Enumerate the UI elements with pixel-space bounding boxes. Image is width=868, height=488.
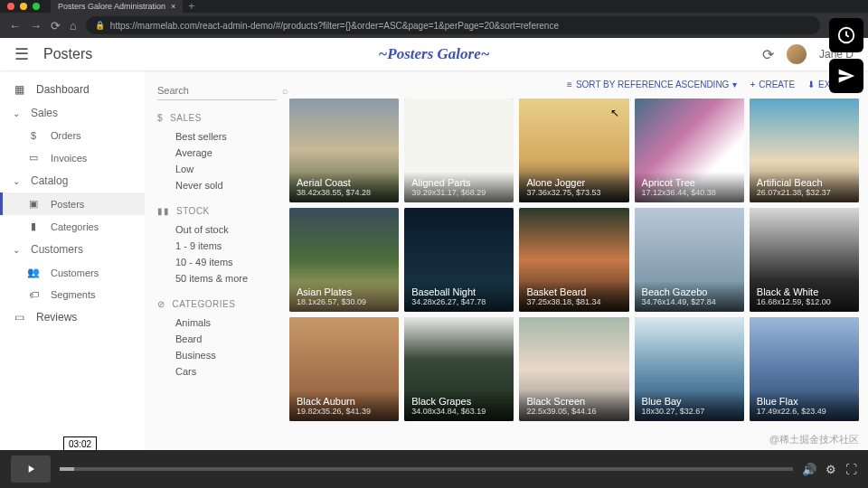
sidebar-section-sales[interactable]: ⌄Sales bbox=[0, 101, 145, 125]
poster-overlay: Artificial Beach26.07x21.38, $32.37 bbox=[750, 172, 859, 202]
create-button[interactable]: +CREATE bbox=[750, 80, 795, 89]
dollar-icon: $ bbox=[27, 130, 40, 141]
settings-icon[interactable]: ⚙ bbox=[826, 463, 836, 476]
invoice-icon: ▭ bbox=[27, 152, 40, 164]
refresh-icon[interactable]: ⟳ bbox=[762, 46, 774, 63]
sidebar-item-segments[interactable]: 🏷Segments bbox=[0, 284, 145, 305]
url-text: https://marmelab.com/react-admin-demo/#/… bbox=[110, 21, 559, 31]
poster-overlay: Aligned Parts39.29x31.17, $68.29 bbox=[404, 172, 514, 202]
tab-bar: Posters Galore Administration × + bbox=[0, 0, 868, 13]
sidebar-section-catalog[interactable]: ⌄Catalog bbox=[0, 169, 145, 192]
poster-grid: Aerial Coast38.42x38.55, $74.28Aligned P… bbox=[289, 99, 859, 421]
video-timeline[interactable] bbox=[60, 467, 793, 471]
poster-overlay: Blue Bay18x30.27, $32.67 bbox=[635, 390, 744, 421]
poster-title: Asian Plates bbox=[297, 286, 392, 297]
dashboard-icon: ▦ bbox=[13, 83, 25, 96]
topbar: ☰ Posters ~Posters Galore~ ⟳ Jane D bbox=[0, 38, 868, 70]
lock-icon: 🔒 bbox=[95, 21, 105, 30]
menu-icon[interactable]: ☰ bbox=[14, 44, 29, 64]
sidebar-section-customers[interactable]: ⌄Customers bbox=[0, 238, 145, 261]
poster-card[interactable]: Baseball Night34.28x26.27, $47.78 bbox=[404, 208, 514, 312]
poster-title: Aerial Coast bbox=[297, 177, 392, 188]
sidebar-item-invoices[interactable]: ▭Invoices bbox=[0, 146, 145, 169]
filter-stock-item[interactable]: Out of stock bbox=[157, 221, 277, 238]
image-icon: ▣ bbox=[27, 198, 40, 210]
poster-card[interactable]: Beach Gazebo34.76x14.49, $27.84 bbox=[635, 208, 744, 312]
filter-category-item[interactable]: Cars bbox=[157, 363, 277, 380]
content: ⌕ $SALES Best sellersAverageLowNever sol… bbox=[145, 70, 868, 488]
poster-overlay: Black & White16.68x12.59, $12.00 bbox=[750, 281, 859, 312]
filter-category-item[interactable]: Animals bbox=[157, 314, 277, 331]
back-icon[interactable]: ← bbox=[9, 19, 21, 33]
grid-area: ≡SORT BY REFERENCE ASCENDING▾ +CREATE ⬇E… bbox=[289, 70, 868, 488]
filter-panel: ⌕ $SALES Best sellersAverageLowNever sol… bbox=[145, 70, 289, 488]
reload-icon[interactable]: ⟳ bbox=[51, 19, 61, 33]
poster-card[interactable]: Basket Beard37.25x38.18, $81.34 bbox=[519, 208, 628, 312]
minimize-dot[interactable] bbox=[20, 3, 27, 10]
sidebar-item-customers[interactable]: 👥Customers bbox=[0, 261, 145, 284]
url-box[interactable]: 🔒 https://marmelab.com/react-admin-demo/… bbox=[86, 16, 820, 34]
poster-title: Basket Beard bbox=[526, 286, 621, 297]
play-button[interactable] bbox=[11, 455, 51, 483]
chevron-down-icon: ⌄ bbox=[13, 108, 20, 118]
clock-badge bbox=[829, 18, 863, 52]
poster-overlay: Apricot Tree17.12x36.44, $40.38 bbox=[635, 172, 744, 202]
poster-card[interactable]: Asian Plates18.1x26.57, $30.09 bbox=[289, 208, 399, 312]
close-tab-icon[interactable]: × bbox=[171, 2, 175, 11]
people-icon: 👥 bbox=[27, 267, 40, 278]
poster-title: Apricot Tree bbox=[642, 177, 737, 188]
poster-card[interactable]: Black & White16.68x12.59, $12.00 bbox=[750, 208, 859, 312]
forward-icon[interactable]: → bbox=[30, 19, 42, 33]
sidebar-item-reviews[interactable]: ▭Reviews bbox=[0, 305, 145, 329]
maximize-dot[interactable] bbox=[33, 3, 40, 10]
poster-overlay: Black Auburn19.82x35.26, $41.39 bbox=[289, 390, 399, 421]
close-dot[interactable] bbox=[7, 3, 14, 10]
poster-overlay: Beach Gazebo34.76x14.49, $27.84 bbox=[635, 281, 744, 312]
window-controls[interactable] bbox=[7, 3, 40, 10]
search-input[interactable] bbox=[157, 85, 282, 96]
poster-card[interactable]: Aerial Coast38.42x38.55, $74.28 bbox=[289, 99, 399, 202]
poster-card[interactable]: Blue Flax17.49x22.6, $23.49 bbox=[750, 317, 859, 421]
filter-stock-item[interactable]: 10 - 49 items bbox=[157, 254, 277, 270]
filter-category-item[interactable]: Business bbox=[157, 347, 277, 363]
new-tab-icon[interactable]: + bbox=[183, 0, 200, 13]
poster-card[interactable]: Black Auburn19.82x35.26, $41.39 bbox=[289, 317, 399, 421]
poster-title: Baseball Night bbox=[411, 286, 506, 297]
home-icon[interactable]: ⌂ bbox=[70, 19, 77, 33]
filter-sales-item[interactable]: Low bbox=[157, 161, 277, 177]
sidebar-item-orders[interactable]: $Orders bbox=[0, 125, 145, 146]
poster-meta: 22.5x39.05, $44.16 bbox=[526, 407, 621, 416]
filter-sales-item[interactable]: Never sold bbox=[157, 177, 277, 193]
poster-card[interactable]: Artificial Beach26.07x21.38, $32.37 bbox=[750, 99, 859, 202]
poster-meta: 18.1x26.57, $30.09 bbox=[297, 297, 392, 306]
poster-card[interactable]: Apricot Tree17.12x36.44, $40.38 bbox=[635, 99, 744, 202]
tag-icon: ⊘ bbox=[157, 299, 165, 309]
poster-card[interactable]: Black Screen22.5x39.05, $44.16 bbox=[519, 317, 628, 421]
filter-sales-item[interactable]: Average bbox=[157, 145, 277, 161]
search-box[interactable]: ⌕ bbox=[157, 81, 277, 100]
poster-card[interactable]: Aligned Parts39.29x31.17, $68.29 bbox=[404, 99, 514, 202]
filter-stock-item[interactable]: 50 items & more bbox=[157, 270, 277, 286]
watermark: @稀土掘金技术社区 bbox=[769, 433, 859, 446]
volume-icon[interactable]: 🔊 bbox=[802, 463, 816, 476]
poster-card[interactable]: Blue Bay18x30.27, $32.67 bbox=[635, 317, 744, 421]
filter-sales-item[interactable]: Best sellers bbox=[157, 128, 277, 145]
sidebar-item-categories[interactable]: ▮Categories bbox=[0, 215, 145, 238]
poster-overlay: Alone Jogger37.36x32.75, $73.53 bbox=[519, 172, 628, 202]
poster-title: Black & White bbox=[757, 286, 852, 297]
filter-stock-item[interactable]: 1 - 9 items bbox=[157, 238, 277, 254]
sort-button[interactable]: ≡SORT BY REFERENCE ASCENDING▾ bbox=[567, 80, 737, 89]
timeline-progress bbox=[60, 467, 74, 471]
avatar[interactable] bbox=[787, 44, 807, 64]
brand-logo: ~Posters Galore~ bbox=[379, 45, 490, 63]
bookmark-icon: ▮ bbox=[27, 221, 40, 232]
plus-icon: + bbox=[750, 80, 755, 89]
poster-card[interactable]: Black Grapes34.08x34.84, $63.19 bbox=[404, 317, 514, 421]
browser-tab[interactable]: Posters Galore Administration × bbox=[51, 0, 183, 13]
sidebar-item-posters[interactable]: ▣Posters bbox=[0, 192, 145, 215]
poster-meta: 18x30.27, $32.67 bbox=[642, 407, 737, 416]
fullscreen-icon[interactable]: ⛶ bbox=[845, 463, 857, 476]
poster-meta: 38.42x38.55, $74.28 bbox=[297, 188, 392, 197]
sidebar-item-dashboard[interactable]: ▦Dashboard bbox=[0, 78, 145, 101]
filter-category-item[interactable]: Beard bbox=[157, 331, 277, 347]
